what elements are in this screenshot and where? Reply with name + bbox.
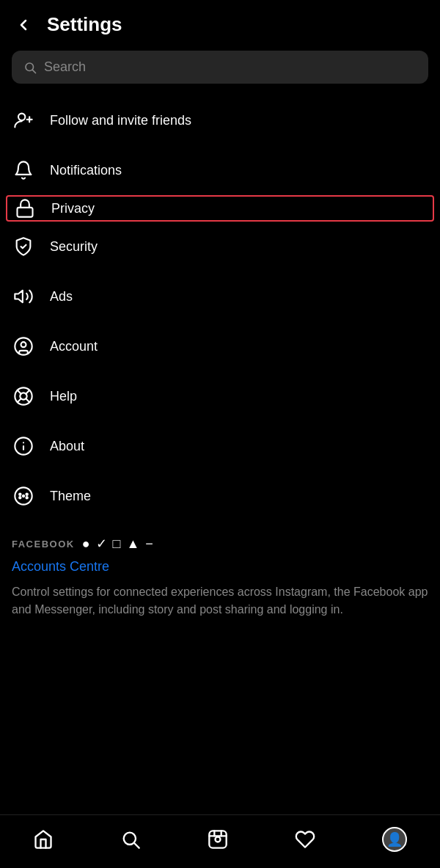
svg-rect-26 bbox=[209, 831, 226, 847]
facebook-f-icon: ● bbox=[82, 536, 90, 552]
svg-marker-6 bbox=[15, 291, 22, 302]
svg-rect-5 bbox=[18, 208, 33, 217]
back-button[interactable] bbox=[12, 16, 35, 34]
follow-icon bbox=[12, 109, 35, 132]
menu-item-privacy[interactable]: Privacy bbox=[6, 195, 434, 222]
svg-point-22 bbox=[19, 497, 21, 498]
facebook-description: Control settings for connected experienc… bbox=[12, 583, 428, 619]
svg-point-27 bbox=[215, 837, 220, 842]
header: Settings bbox=[0, 0, 440, 45]
facebook-header: FACEBOOK ● ✓ □ ▲ − bbox=[12, 536, 428, 552]
facebook-section: FACEBOOK ● ✓ □ ▲ − Accounts Centre Contr… bbox=[0, 521, 440, 626]
svg-point-8 bbox=[21, 342, 26, 347]
svg-point-7 bbox=[15, 338, 32, 354]
nav-profile[interactable]: 👤 bbox=[373, 824, 416, 855]
svg-point-23 bbox=[26, 497, 28, 498]
menu-item-ads[interactable]: Ads bbox=[0, 271, 440, 321]
info-icon bbox=[12, 434, 35, 458]
menu-item-account[interactable]: Account bbox=[0, 321, 440, 371]
messenger-icon: ✓ bbox=[96, 536, 107, 552]
nav-reels[interactable] bbox=[199, 826, 237, 853]
menu-item-help[interactable]: Help bbox=[0, 371, 440, 421]
avatar-placeholder: 👤 bbox=[386, 831, 403, 847]
accounts-centre-link[interactable]: Accounts Centre bbox=[12, 559, 428, 575]
menu-item-theme[interactable]: Theme bbox=[0, 471, 440, 521]
bottom-navigation: 👤 bbox=[0, 814, 440, 868]
reels-icon bbox=[208, 829, 228, 850]
nav-search[interactable] bbox=[111, 826, 150, 853]
menu-label-theme: Theme bbox=[50, 489, 91, 504]
menu-label-account: Account bbox=[50, 339, 98, 354]
facebook-icons: ● ✓ □ ▲ − bbox=[82, 536, 153, 552]
help-icon bbox=[12, 384, 35, 408]
menu-item-security[interactable]: Security bbox=[0, 222, 440, 271]
search-icon bbox=[23, 61, 37, 74]
search-nav-icon bbox=[120, 829, 141, 850]
facebook-label: FACEBOOK bbox=[12, 539, 75, 550]
nav-home[interactable] bbox=[24, 826, 62, 853]
account-icon bbox=[12, 335, 35, 358]
menu-label-ads: Ads bbox=[50, 289, 73, 304]
svg-line-13 bbox=[26, 390, 29, 394]
home-icon bbox=[33, 829, 54, 850]
menu-label-follow: Follow and invite friends bbox=[50, 113, 191, 128]
svg-point-19 bbox=[23, 495, 24, 497]
megaphone-icon bbox=[12, 285, 35, 308]
svg-point-21 bbox=[26, 494, 28, 495]
oculus-icon: − bbox=[145, 536, 153, 552]
search-bar[interactable]: Search bbox=[12, 51, 428, 84]
shield-icon bbox=[12, 235, 35, 258]
svg-point-20 bbox=[19, 494, 21, 495]
svg-line-1 bbox=[32, 70, 35, 73]
menu-item-about[interactable]: About bbox=[0, 421, 440, 471]
page-title: Settings bbox=[47, 13, 122, 36]
menu-item-notifications[interactable]: Notifications bbox=[0, 145, 440, 195]
palette-icon bbox=[12, 484, 35, 508]
menu-label-help: Help bbox=[50, 389, 77, 404]
svg-line-14 bbox=[18, 398, 21, 402]
lock-icon bbox=[13, 197, 37, 220]
avatar: 👤 bbox=[382, 827, 407, 852]
nav-activity[interactable] bbox=[286, 826, 324, 853]
whatsapp-icon: ▲ bbox=[126, 536, 139, 552]
svg-line-25 bbox=[134, 843, 139, 847]
instagram-icon: □ bbox=[113, 536, 121, 552]
svg-point-2 bbox=[18, 114, 25, 120]
svg-line-12 bbox=[26, 398, 29, 402]
menu-label-security: Security bbox=[50, 239, 98, 255]
svg-line-11 bbox=[18, 390, 21, 394]
menu-label-privacy: Privacy bbox=[51, 201, 95, 216]
menu-label-notifications: Notifications bbox=[50, 163, 122, 178]
bell-icon bbox=[12, 158, 35, 182]
menu-label-about: About bbox=[50, 439, 84, 454]
heart-icon bbox=[295, 829, 315, 850]
search-placeholder: Search bbox=[44, 59, 86, 75]
menu-item-follow[interactable]: Follow and invite friends bbox=[0, 95, 440, 145]
